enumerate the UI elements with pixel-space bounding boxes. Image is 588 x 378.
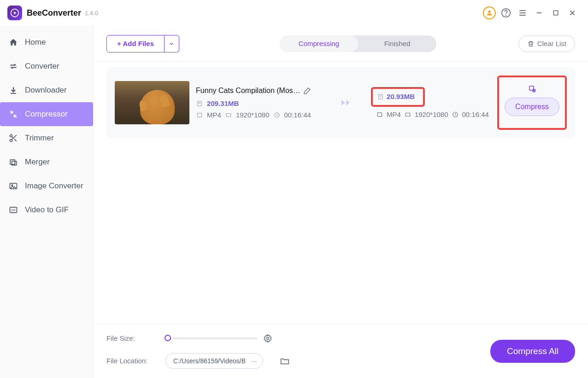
sidebar-item-image-converter[interactable]: Image Converter [0,174,93,198]
converter-icon [8,61,18,71]
sidebar-item-compressor[interactable]: Compressor [0,102,93,126]
file-card: Funny Cats Compilation (Mos… 209.31MB MP… [106,67,575,138]
sidebar: Home Converter Downloader Compressor Tri… [0,26,94,378]
sidebar-item-label: Home [25,38,46,47]
svg-point-5 [10,135,12,137]
menu-button[interactable] [514,5,531,21]
sidebar-item-label: Trimmer [25,134,54,143]
output-duration: 00:16:44 [462,110,489,118]
format-icon [376,111,383,118]
svg-rect-19 [406,113,410,116]
svg-point-1 [488,11,490,13]
sidebar-item-label: Merger [25,157,50,167]
titlebar: BeeConverter 1.4.0 [0,0,588,26]
svg-point-23 [267,337,269,339]
svg-point-10 [12,185,13,186]
tab-switch: Compressing Finished [280,35,436,52]
output-resolution: 1920*1080 [415,110,448,118]
svg-rect-14 [197,113,201,116]
svg-point-6 [10,140,12,142]
resolution-icon [225,111,232,119]
file-title: Funny Cats Compilation (Mos… [196,87,300,95]
image-icon [8,181,18,191]
source-resolution: 1920*1080 [236,111,270,119]
sidebar-item-label: Downloader [25,86,67,95]
file-size-label: File Size: [106,334,153,342]
svg-rect-4 [553,11,558,15]
source-format: MP4 [207,111,221,119]
compressor-icon [8,109,18,119]
source-file-size: 209.31MB [207,99,239,107]
clock-icon [452,111,459,118]
resolution-icon [405,111,411,118]
file-location-label: File Location: [106,357,153,365]
add-files-dropdown-button[interactable] [165,35,179,52]
app-logo-icon [7,6,22,20]
tab-compressing[interactable]: Compressing [280,35,358,52]
compress-all-button[interactable]: Compress All [490,340,575,363]
path-more-button[interactable]: ··· [247,357,261,365]
footer: File Size: File Location: C:/Users/86159… [94,324,588,378]
clock-icon [273,111,281,119]
file-location-path: C:/Users/86159/Videos/B [173,357,246,365]
video-thumbnail [115,81,189,124]
format-icon [196,111,203,119]
toolbar: + Add Files Compressing Finished Clear L… [94,26,588,62]
output-format: MP4 [387,110,401,118]
sidebar-item-home[interactable]: Home [0,30,93,54]
sidebar-item-converter[interactable]: Converter [0,54,93,78]
output-file-size: 20.93MB [387,93,415,100]
file-icon [377,93,384,100]
sidebar-item-trimmer[interactable]: Trimmer [0,126,93,150]
svg-rect-7 [10,160,15,164]
app-name: BeeConverter [27,8,81,18]
close-button[interactable] [564,5,581,21]
sidebar-item-label: Image Converter [25,181,83,191]
scissors-icon [8,133,18,143]
file-location-field[interactable]: C:/Users/86159/Videos/B ··· [165,353,263,369]
slider-thumb[interactable] [165,335,171,341]
app-version: 1.4.0 [85,10,98,17]
svg-rect-15 [226,113,230,116]
add-files-button[interactable]: + Add Files [106,35,165,52]
open-folder-button[interactable] [280,356,290,366]
compress-button[interactable]: Compress [505,98,559,116]
sidebar-item-video-to-gif[interactable]: GIFVideo to GIF [0,198,93,222]
edit-title-button[interactable] [303,87,312,95]
minimize-button[interactable] [531,5,547,21]
sidebar-item-label: Compressor [25,110,68,119]
svg-point-3 [506,15,506,16]
svg-rect-18 [377,112,382,116]
output-size-highlight: 20.93MB [371,87,425,107]
trash-icon [527,40,535,47]
sidebar-item-label: Video to GIF [25,205,69,215]
clear-list-label: Clear List [537,40,566,47]
merger-icon [8,157,18,167]
settings-icon[interactable] [528,85,536,93]
download-icon [8,85,18,95]
size-settings-button[interactable] [263,334,272,343]
home-icon [8,37,18,47]
file-icon [196,100,203,107]
clear-list-button[interactable]: Clear List [518,35,575,52]
gif-icon: GIF [8,205,18,215]
user-account-button[interactable] [481,5,498,21]
compress-button-highlight: Compress [497,76,567,130]
maximize-button[interactable] [547,5,564,21]
user-icon [483,6,496,19]
svg-text:GIF: GIF [11,209,16,212]
source-duration: 00:16:44 [284,111,311,119]
sidebar-item-downloader[interactable]: Downloader [0,78,93,102]
sidebar-item-merger[interactable]: Merger [0,150,93,174]
tab-finished[interactable]: Finished [358,35,436,52]
sidebar-item-label: Converter [25,62,59,71]
file-size-slider[interactable] [165,337,258,339]
help-button[interactable] [498,5,514,21]
arrow-right-icon [341,97,355,108]
